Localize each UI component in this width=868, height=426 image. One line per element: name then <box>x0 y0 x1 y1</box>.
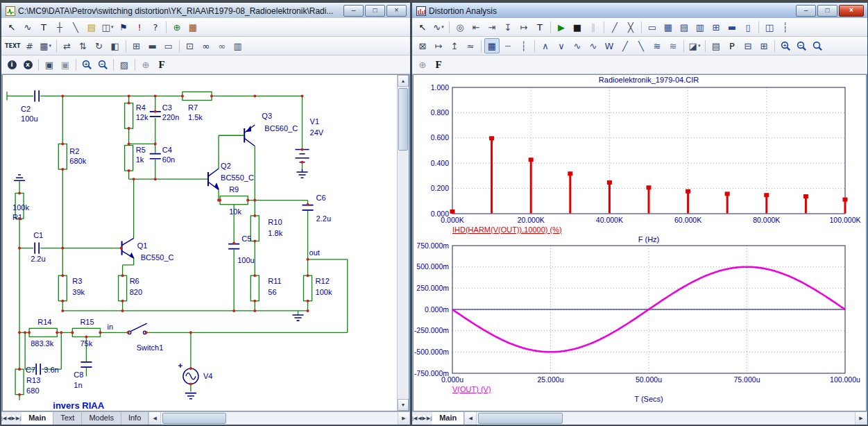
step-box-icon[interactable]: ⊞ <box>129 38 144 53</box>
tab-nav-button-3[interactable]: ▶| <box>427 416 432 420</box>
switch-switch1[interactable] <box>128 323 146 334</box>
select-mode-icon[interactable]: ↖ <box>415 19 430 35</box>
tab-models[interactable]: Models <box>82 412 121 425</box>
select-mode-icon[interactable]: ↖ <box>4 19 19 35</box>
analysis-titlebar[interactable]: Distortion Analysis – □ × <box>412 3 867 18</box>
point-tag-mode-icon[interactable]: ↦ <box>516 19 531 35</box>
tab-main[interactable]: Main <box>22 412 53 425</box>
waveform-width-icon[interactable]: W <box>602 38 617 53</box>
horizontal-scroll-track[interactable] <box>477 412 855 425</box>
remove-scope-icon[interactable]: ⊞ <box>756 38 772 53</box>
scroll-left-button[interactable]: ◀ <box>464 412 477 425</box>
panel-wide-icon[interactable]: ▬ <box>724 19 740 35</box>
send-to-back-icon[interactable]: ▭ <box>161 38 176 53</box>
minimize-button[interactable]: – <box>796 5 816 17</box>
numeric-output-icon[interactable]: ▤ <box>708 38 724 53</box>
go-to-x-icon[interactable]: ↦ <box>431 38 446 53</box>
pan-icon[interactable]: ⊕ <box>138 57 153 72</box>
pause-icon[interactable]: ‖ <box>586 19 601 35</box>
vertical-scroll-track[interactable] <box>398 87 409 399</box>
cursor-lines-icon[interactable]: ┆ <box>778 19 793 35</box>
analysis-plots[interactable]: Radioelektronik_1979-04.CIR0.0000.2000.4… <box>414 75 866 411</box>
zoom-window-icon[interactable] <box>810 38 825 53</box>
vertical-cursor-icon[interactable]: ┆ <box>516 38 531 53</box>
horizontal-scroll-track[interactable] <box>161 412 398 425</box>
find-next-icon[interactable]: ∞ <box>214 38 230 53</box>
go-to-y-icon[interactable]: ↥ <box>447 38 462 53</box>
add-scope-icon[interactable]: ⊟ <box>740 38 756 53</box>
vertical-scroll-thumb[interactable] <box>398 88 408 151</box>
text-mode-icon[interactable]: T <box>36 19 51 35</box>
properties-menu-icon[interactable]: ◪▾ <box>687 38 702 53</box>
rotate-icon[interactable]: ↻ <box>92 38 107 53</box>
schematic-canvas[interactable]: C2100uR2680kR412kC3220nR51kC460nR71.5kQ3… <box>3 75 397 411</box>
rise-measure-icon[interactable]: ∿ <box>570 38 585 53</box>
flag-mode-icon[interactable]: ⚑ <box>116 19 131 35</box>
fall-measure-icon[interactable]: ∿ <box>586 38 601 53</box>
graphics-menu-icon[interactable]: ∿▾ <box>431 19 446 35</box>
tab-nav-button-1[interactable]: ◀ <box>7 416 11 420</box>
window-select-mode-icon[interactable]: ◫▾ <box>100 19 115 35</box>
info-window-icon[interactable]: ▥ <box>230 38 246 53</box>
component-mode-icon[interactable]: ∿ <box>20 19 35 35</box>
line-mode-icon[interactable]: ╱ <box>607 19 622 35</box>
horizontal-scrollbar[interactable]: ◀ ▶ <box>148 412 410 425</box>
maximize-button[interactable]: □ <box>817 5 837 17</box>
find-icon[interactable]: ∞ <box>198 38 214 53</box>
font-icon[interactable]: F <box>154 57 169 72</box>
tab-main[interactable]: Main <box>432 412 464 425</box>
help-mode-icon[interactable]: ? <box>148 19 163 35</box>
scroll-left-button[interactable]: ◀ <box>148 412 161 425</box>
envelope-lower-icon[interactable]: ≋ <box>665 38 681 53</box>
axes-toggle-icon[interactable]: ◫ <box>762 19 777 35</box>
zoom-in-icon[interactable]: + <box>778 38 793 53</box>
panel-tall-icon[interactable]: ▯ <box>740 19 756 35</box>
maximize-button[interactable]: □ <box>365 5 385 17</box>
component-editor-icon[interactable]: ⊕ <box>169 19 185 35</box>
delete-all-objects-icon[interactable]: ⊠ <box>415 38 430 53</box>
tab-nav-button-0[interactable]: |◀ <box>412 416 418 420</box>
panel-grid-icon[interactable]: ▦ <box>661 19 676 35</box>
text-mode-icon[interactable]: T <box>532 19 547 35</box>
copy-page-icon[interactable]: ▣ <box>58 57 73 72</box>
go-to-branch-icon[interactable]: ≈ <box>463 38 478 53</box>
tab-nav-button-1[interactable]: ◀ <box>418 416 422 420</box>
flip-vertical-icon[interactable]: ⇅ <box>76 38 91 53</box>
peak-icon[interactable]: ∧ <box>538 38 553 53</box>
close-button[interactable]: × <box>839 5 864 17</box>
graphics-mode-icon[interactable]: ▤ <box>84 19 99 35</box>
tab-info[interactable]: Info <box>121 412 148 425</box>
zoom-region-icon[interactable]: ⊡ <box>182 38 198 53</box>
text-attribute-icon[interactable]: TEXT <box>4 38 22 53</box>
horizontal-cursor-icon[interactable]: ┄ <box>500 38 516 53</box>
horizontal-scrollbar[interactable]: ◀ ▶ <box>464 412 867 425</box>
zoom-out-icon[interactable]: − <box>794 38 809 53</box>
scroll-right-button[interactable]: ▶ <box>398 412 410 425</box>
close-button[interactable]: × <box>386 5 407 17</box>
diagonal-wire-mode-icon[interactable]: ╲ <box>68 19 83 35</box>
schematic-titlebar[interactable]: C:\MC9\DATA\Petrov\switching distortion\… <box>1 3 410 18</box>
pan-icon[interactable]: ⊕ <box>415 57 430 72</box>
zoom-in-icon[interactable]: + <box>79 57 94 72</box>
screenshot-icon[interactable]: ▨ <box>117 57 132 72</box>
harmonics-view-icon[interactable]: ▦ <box>484 38 500 53</box>
scroll-up-button[interactable]: ▲ <box>398 75 409 87</box>
panel-quad-icon[interactable]: ⊞ <box>708 19 724 35</box>
zoom-out-icon[interactable]: − <box>95 57 110 72</box>
slope-mode-icon[interactable]: ╳ <box>623 19 638 35</box>
panel-rows-icon[interactable]: ▤ <box>676 19 692 35</box>
flip-horizontal-icon[interactable]: ⇄ <box>60 38 75 53</box>
tag-measure-mode-icon[interactable]: ↧ <box>500 19 516 35</box>
slope-up-icon[interactable]: ╱ <box>618 38 633 53</box>
info-icon[interactable]: i <box>4 57 19 72</box>
cursor-mode-icon[interactable]: ◎ <box>452 19 468 35</box>
wire-mode-icon[interactable]: ┼ <box>52 19 67 35</box>
stop-icon[interactable]: ■ <box>570 19 585 35</box>
copy-to-clipboard-icon[interactable]: ▣ <box>42 57 57 72</box>
run-icon[interactable]: ▶ <box>554 19 569 35</box>
bring-to-front-icon[interactable]: ▬ <box>145 38 160 53</box>
mirror-icon[interactable]: ◧ <box>108 38 123 53</box>
horizontal-scroll-thumb[interactable] <box>162 413 226 424</box>
vertical-scrollbar[interactable]: ▲ ▼ <box>397 75 409 411</box>
valley-icon[interactable]: ∨ <box>554 38 569 53</box>
